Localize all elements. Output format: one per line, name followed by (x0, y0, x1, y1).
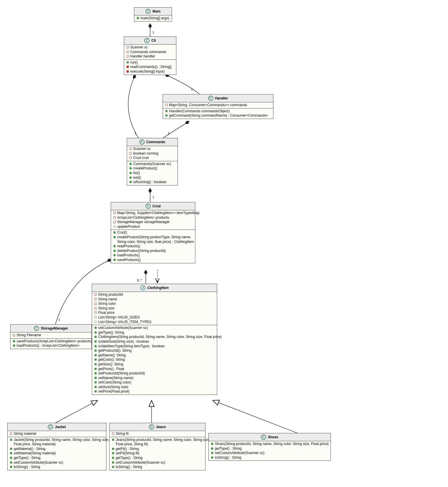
class-name: Handler (215, 96, 228, 100)
mult-handler-commands: 1 (168, 131, 169, 135)
class-icon: C (149, 424, 154, 430)
mult-cli-commands: 1 (135, 131, 136, 135)
mult-crud-storage: 1 (58, 318, 60, 321)
class-jeans: CJeans String fit Jeans(String productId… (109, 423, 205, 470)
class-name: Main (152, 9, 160, 13)
class-name: ClothingItem (147, 286, 168, 290)
class-icon: C (34, 326, 39, 331)
class-jacket: CJacket String material Jacket(String pr… (7, 423, 106, 470)
class-header: C Main (134, 8, 172, 15)
method: main(String[] args) (137, 16, 169, 21)
class-name: StorageManager (41, 326, 68, 330)
class-name: Jacket (55, 425, 66, 429)
class-icon: C (208, 96, 213, 101)
class-commands: CCommands Scanner sc boolean running Cru… (127, 138, 178, 185)
class-name: Crud (152, 204, 161, 208)
class-icon: C (145, 204, 151, 209)
class-icon: C (145, 9, 151, 14)
mult-crud-clothing: 0..* (137, 278, 142, 282)
class-icon: C (144, 38, 150, 43)
class-clothingitem: AClothingItem String productId String na… (92, 284, 217, 395)
fields: Scanner sc Commands commands Handler han… (124, 45, 176, 60)
class-shoes: CShoes Shoes(String productId, String na… (208, 433, 331, 461)
class-icon: C (261, 435, 266, 440)
class-icon: C (48, 424, 53, 430)
class-main: C Main main(String[] args) (134, 7, 172, 22)
class-crud: CCrud Map<String, Supplier<ClothingItem>… (111, 202, 195, 263)
class-name: Shoes (268, 435, 278, 439)
methods: run() readCommands() : String[] execute(… (124, 60, 176, 75)
class-handler: CHandler Map<String, Consumer<Commands>>… (163, 94, 273, 119)
class-cli: CCli Scanner sc Commands commands Handle… (124, 36, 176, 75)
mult-main-cli: 1 (152, 31, 154, 34)
class-name: Jeans (156, 425, 166, 429)
mult-commands-crud: 1 (152, 195, 154, 199)
mult-cli-handler: 1 (191, 87, 193, 91)
class-name: Commands (146, 140, 165, 144)
class-icon: C (139, 139, 145, 145)
class-storagemanager: CStorageManager String Filename saveProd… (10, 324, 92, 349)
connectors-svg (6, 6, 442, 481)
class-name: Cli (151, 38, 156, 43)
uml-class-diagram: 1 1 1 1 1 1 0..* C Main main(String[] ar… (6, 6, 442, 481)
abstract-icon: A (140, 285, 145, 290)
methods: main(String[] args) (134, 15, 172, 21)
